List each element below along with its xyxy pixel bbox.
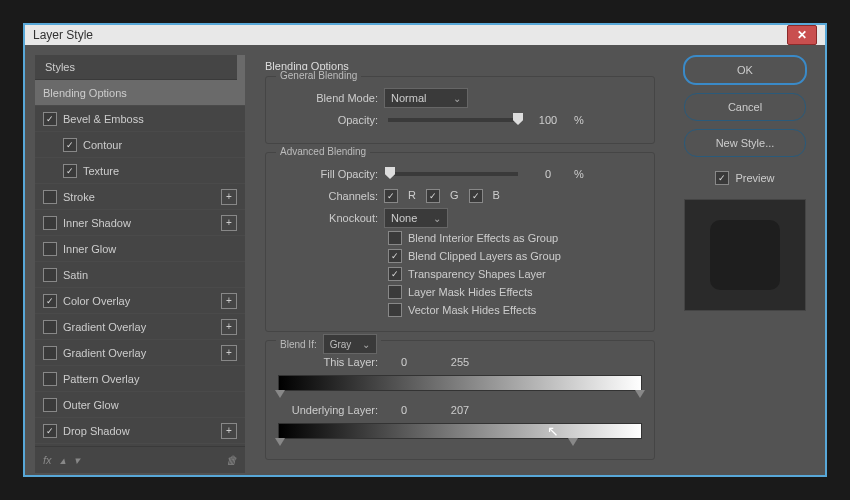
blend-clipped-checkbox[interactable] xyxy=(388,249,402,263)
sidebar-item-satin[interactable]: Satin xyxy=(35,262,245,288)
sidebar-item-drop-shadow[interactable]: Drop Shadow+ xyxy=(35,418,245,444)
style-checkbox[interactable] xyxy=(43,294,57,308)
sidebar-item-label: Gradient Overlay xyxy=(63,321,146,333)
scrollbar-thumb[interactable] xyxy=(237,55,245,95)
advanced-blending-group: Advanced Blending Fill Opacity: 0 % Chan… xyxy=(265,152,655,332)
arrow-down-icon[interactable]: ▾ xyxy=(74,454,80,467)
sidebar-item-texture[interactable]: Texture xyxy=(35,158,245,184)
ok-button[interactable]: OK xyxy=(683,55,807,85)
sidebar-item-label: Satin xyxy=(63,269,88,281)
sidebar-item-bevel-emboss[interactable]: Bevel & Emboss xyxy=(35,106,245,132)
transparency-shapes-checkbox[interactable] xyxy=(388,267,402,281)
sidebar-item-label: Inner Shadow xyxy=(63,217,131,229)
close-button[interactable]: ✕ xyxy=(787,25,817,45)
add-effect-icon[interactable]: + xyxy=(221,293,237,309)
style-checkbox[interactable] xyxy=(43,346,57,360)
channel-b-checkbox[interactable] xyxy=(469,189,483,203)
sidebar-item-label: Contour xyxy=(83,139,122,151)
fill-opacity-value[interactable]: 0 xyxy=(528,168,568,180)
preview-checkbox[interactable] xyxy=(715,171,729,185)
sidebar-item-pattern-overlay[interactable]: Pattern Overlay xyxy=(35,366,245,392)
fx-label: fx xyxy=(43,454,52,466)
style-checkbox[interactable] xyxy=(43,242,57,256)
style-checkbox[interactable] xyxy=(43,190,57,204)
sidebar-item-inner-shadow[interactable]: Inner Shadow+ xyxy=(35,210,245,236)
sidebar-item-gradient-overlay[interactable]: Gradient Overlay+ xyxy=(35,340,245,366)
layer-mask-hides-checkbox[interactable] xyxy=(388,285,402,299)
sidebar-item-label: Color Overlay xyxy=(63,295,130,307)
styles-sidebar: Styles Blending OptionsBevel & EmbossCon… xyxy=(35,55,245,473)
new-style-button[interactable]: New Style... xyxy=(684,129,806,157)
advanced-legend: Advanced Blending xyxy=(276,146,370,157)
style-checkbox[interactable] xyxy=(43,216,57,230)
add-effect-icon[interactable]: + xyxy=(221,319,237,335)
channel-r-checkbox[interactable] xyxy=(384,189,398,203)
titlebar: Layer Style ✕ xyxy=(25,25,825,45)
style-checkbox[interactable] xyxy=(43,320,57,334)
sidebar-item-label: Stroke xyxy=(63,191,95,203)
style-checkbox[interactable] xyxy=(63,138,77,152)
style-checkbox[interactable] xyxy=(43,268,57,282)
right-panel: OK Cancel New Style... Preview xyxy=(675,55,815,473)
slider-white-handle[interactable] xyxy=(568,438,578,446)
add-effect-icon[interactable]: + xyxy=(221,189,237,205)
opacity-label: Opacity: xyxy=(278,114,378,126)
this-layer-label: This Layer: xyxy=(278,356,378,368)
sidebar-item-label: Gradient Overlay xyxy=(63,347,146,359)
knockout-label: Knockout: xyxy=(278,212,378,224)
fill-opacity-label: Fill Opacity: xyxy=(278,168,378,180)
add-effect-icon[interactable]: + xyxy=(221,345,237,361)
channel-g-checkbox[interactable] xyxy=(426,189,440,203)
vector-mask-hides-checkbox[interactable] xyxy=(388,303,402,317)
dialog-title: Layer Style xyxy=(33,28,93,42)
sidebar-item-label: Outer Glow xyxy=(63,399,119,411)
sidebar-item-label: Inner Glow xyxy=(63,243,116,255)
preview-label: Preview xyxy=(735,172,774,184)
slider-black-handle[interactable] xyxy=(275,438,285,446)
add-effect-icon[interactable]: + xyxy=(221,423,237,439)
sidebar-item-label: Texture xyxy=(83,165,119,177)
style-checkbox[interactable] xyxy=(63,164,77,178)
sidebar-item-blending-options[interactable]: Blending Options xyxy=(35,80,245,106)
style-checkbox[interactable] xyxy=(43,372,57,386)
sidebar-header: Styles xyxy=(35,55,245,80)
fill-opacity-slider[interactable] xyxy=(388,172,518,176)
general-legend: General Blending xyxy=(276,70,361,81)
sidebar-item-contour[interactable]: Contour xyxy=(35,132,245,158)
underlying-layer-slider[interactable] xyxy=(278,423,642,439)
sidebar-item-label: Drop Shadow xyxy=(63,425,130,437)
sidebar-item-inner-glow[interactable]: Inner Glow xyxy=(35,236,245,262)
slider-white-handle[interactable] xyxy=(635,390,645,398)
opacity-unit: % xyxy=(574,114,584,126)
sidebar-item-stroke[interactable]: Stroke+ xyxy=(35,184,245,210)
add-effect-icon[interactable]: + xyxy=(221,215,237,231)
sidebar-item-gradient-overlay[interactable]: Gradient Overlay+ xyxy=(35,314,245,340)
blend-if-select[interactable]: Gray xyxy=(323,334,377,354)
sidebar-item-label: Blending Options xyxy=(43,87,127,99)
slider-handle[interactable] xyxy=(385,167,395,179)
blend-mode-select[interactable]: Normal xyxy=(384,88,468,108)
style-checkbox[interactable] xyxy=(43,424,57,438)
cancel-button[interactable]: Cancel xyxy=(684,93,806,121)
layer-style-dialog: Layer Style ✕ Styles Blending OptionsBev… xyxy=(23,23,827,477)
style-checkbox[interactable] xyxy=(43,398,57,412)
slider-handle[interactable] xyxy=(513,113,523,125)
arrow-up-icon[interactable]: ▴ xyxy=(60,454,66,467)
trash-icon[interactable]: 🗑 xyxy=(226,454,237,466)
opacity-value[interactable]: 100 xyxy=(528,114,568,126)
blend-if-group: Blend If: Gray This Layer:0255 Underlyin… xyxy=(265,340,655,460)
blend-interior-checkbox[interactable] xyxy=(388,231,402,245)
opacity-slider[interactable] xyxy=(388,118,518,122)
sidebar-item-outer-glow[interactable]: Outer Glow xyxy=(35,392,245,418)
preview-thumbnail xyxy=(684,199,806,311)
main-panel: Blending Options General Blending Blend … xyxy=(255,55,665,473)
sidebar-item-label: Pattern Overlay xyxy=(63,373,139,385)
style-checkbox[interactable] xyxy=(43,112,57,126)
general-blending-group: General Blending Blend Mode: Normal Opac… xyxy=(265,76,655,144)
sidebar-item-color-overlay[interactable]: Color Overlay+ xyxy=(35,288,245,314)
blend-mode-label: Blend Mode: xyxy=(278,92,378,104)
slider-black-handle[interactable] xyxy=(275,390,285,398)
sidebar-footer: fx ▴ ▾ 🗑 xyxy=(35,446,245,473)
this-layer-slider[interactable] xyxy=(278,375,642,391)
knockout-select[interactable]: None xyxy=(384,208,448,228)
